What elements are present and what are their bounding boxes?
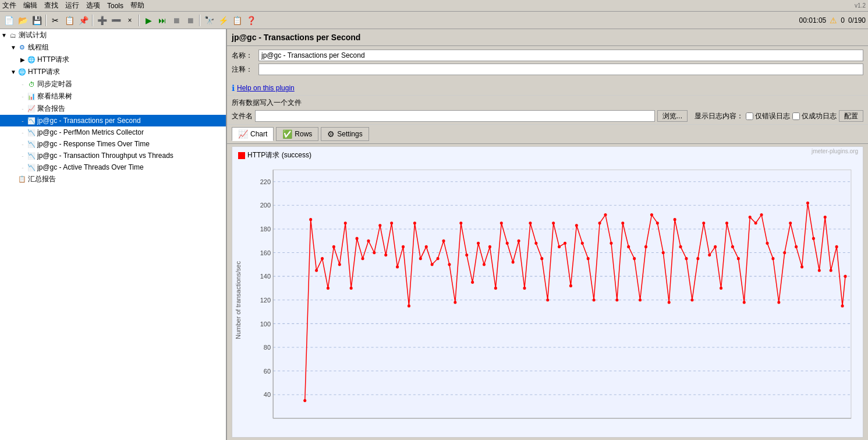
tree-item-tps[interactable]: -📉jp@gc - Transactions per Second: [0, 115, 226, 126]
svg-point-109: [800, 265, 803, 268]
tab-chart[interactable]: 📈 Chart: [232, 127, 274, 141]
tree-label: HTTP请求: [37, 55, 69, 65]
svg-point-74: [598, 221, 601, 224]
timer-display: 00:01:05: [799, 16, 827, 24]
tree-item-http-request-1[interactable]: ▶🌐HTTP请求: [0, 54, 226, 66]
tab-rows[interactable]: ✅ Rows: [276, 127, 318, 141]
svg-point-29: [338, 263, 341, 266]
svg-point-30: [344, 221, 347, 224]
svg-point-36: [378, 224, 381, 227]
stop-all-button[interactable]: ⏹: [184, 14, 197, 27]
tree-icon: 📋: [17, 175, 27, 184]
svg-point-53: [477, 242, 480, 245]
error-log-checkbox-label[interactable]: 仅错误日志: [746, 111, 790, 121]
menu-run[interactable]: 运行: [65, 1, 79, 10]
help-link[interactable]: Help on this plugin: [237, 84, 295, 92]
name-row: 名称：: [232, 50, 863, 61]
plugin-button[interactable]: ⚡: [217, 14, 229, 27]
help-row[interactable]: ℹ Help on this plugin v1.2: [227, 81, 868, 96]
open-button[interactable]: 📂: [16, 14, 29, 27]
tree-icon: 🗂: [8, 31, 17, 40]
run-button[interactable]: ▶: [142, 14, 155, 27]
binoculars-button[interactable]: 🔭: [203, 14, 215, 27]
svg-point-68: [564, 242, 566, 245]
tab-settings[interactable]: ⚙ Settings: [321, 127, 369, 141]
menu-tools[interactable]: Tools: [107, 2, 123, 10]
tree-item-test-plan[interactable]: ▼🗂测试计划: [0, 29, 226, 41]
stop-button[interactable]: ⏹: [170, 14, 183, 27]
tree-icon: ⏱: [27, 80, 36, 89]
svg-point-89: [685, 257, 688, 260]
svg-point-91: [696, 257, 699, 260]
tree-item-http-request-2[interactable]: ▼🌐HTTP请求: [0, 66, 226, 78]
comment-input[interactable]: [258, 64, 863, 75]
menu-help[interactable]: 帮助: [130, 1, 144, 10]
tree-label: jp@gc - Active Threads Over Time: [37, 163, 144, 171]
cut-button[interactable]: ✂: [49, 14, 62, 27]
svg-point-100: [749, 216, 752, 219]
svg-text:40: 40: [264, 391, 271, 398]
svg-point-62: [529, 221, 532, 224]
menu-edit[interactable]: 编辑: [23, 1, 37, 10]
svg-point-84: [656, 221, 659, 224]
save-button[interactable]: 💾: [30, 14, 43, 27]
tree-item-summary-report[interactable]: 📋汇总报告: [0, 173, 226, 185]
config-button[interactable]: 配置: [839, 110, 863, 122]
toolbar: 📄 📂 💾 ✂ 📋 📌 ➕ ➖ × ▶ ⏭ ⏹ ⏹ 🔭 ⚡ 📋 ❓ 00:01:…: [0, 12, 868, 29]
svg-point-41: [408, 304, 410, 307]
tree-item-throughput-threads[interactable]: -📉jp@gc - Transaction Throughput vs Thre…: [0, 150, 226, 161]
tree-item-sync-timer[interactable]: -⏱同步定时器: [0, 78, 226, 90]
error-log-checkbox[interactable]: [746, 112, 753, 120]
copy-button[interactable]: 📋: [63, 14, 76, 27]
tree-toggle[interactable]: ▶: [19, 56, 27, 64]
remove-button[interactable]: ➖: [109, 14, 122, 27]
tree-toggle[interactable]: ▼: [9, 68, 17, 76]
svg-point-86: [668, 301, 671, 304]
name-input[interactable]: [258, 50, 863, 61]
tree-toggle[interactable]: ▼: [9, 44, 17, 52]
menu-find[interactable]: 查找: [44, 1, 58, 10]
tree-item-active-threads[interactable]: -📉jp@gc - Active Threads Over Time: [0, 161, 226, 173]
chart-legend: HTTP请求 (success): [232, 147, 863, 164]
file-input[interactable]: [255, 110, 655, 122]
tree-item-result-tree[interactable]: -📊察看结果树: [0, 90, 226, 103]
success-log-checkbox[interactable]: [792, 112, 800, 120]
tree-item-thread-group[interactable]: ▼⚙线程组: [0, 41, 226, 54]
svg-point-107: [789, 221, 792, 224]
tree-toggle: -: [19, 152, 27, 160]
menu-bar: 文件 编辑 查找 运行 选项 Tools 帮助: [0, 0, 868, 12]
svg-point-24: [309, 218, 312, 221]
browse-button[interactable]: 浏览...: [657, 110, 688, 122]
tree-toggle[interactable]: ▼: [0, 31, 8, 40]
svg-point-81: [639, 298, 642, 301]
legend-label: HTTP请求 (success): [247, 150, 311, 160]
help-button[interactable]: ❓: [245, 14, 257, 27]
paste-button[interactable]: 📌: [77, 14, 90, 27]
tree-item-response-times[interactable]: -📉jp@gc - Response Times Over Time: [0, 138, 226, 150]
tree-toggle: -: [19, 93, 27, 101]
svg-point-88: [679, 245, 682, 248]
add-button[interactable]: ➕: [95, 14, 108, 27]
svg-point-90: [690, 298, 693, 301]
svg-point-48: [448, 263, 451, 266]
sep2: [92, 15, 93, 26]
success-log-checkbox-label[interactable]: 仅成功日志: [792, 111, 837, 121]
menu-file[interactable]: 文件: [2, 1, 16, 10]
new-button[interactable]: 📄: [2, 14, 15, 27]
toolbar-right: 00:01:05 ⚠ 0 0/190: [799, 16, 866, 25]
svg-point-75: [604, 213, 607, 216]
svg-point-69: [569, 284, 572, 287]
chart-area: HTTP请求 (success) jmeter-plugins.org Numb…: [232, 146, 863, 438]
tree-item-perfmon[interactable]: -📉jp@gc - PerfMon Metrics Collector: [0, 126, 226, 138]
svg-point-38: [390, 221, 393, 224]
tree-item-aggregate-report[interactable]: -📈聚合报告: [0, 103, 226, 115]
run-step-button[interactable]: ⏭: [156, 14, 169, 27]
svg-point-27: [327, 287, 330, 290]
tree-label: jp@gc - Transactions per Second: [37, 117, 141, 125]
menu-options[interactable]: 选项: [86, 1, 100, 10]
list-button[interactable]: 📋: [231, 14, 243, 27]
warning-icon: ⚠: [830, 16, 837, 25]
svg-point-51: [465, 254, 468, 256]
svg-point-45: [431, 263, 434, 266]
clear-button[interactable]: ×: [123, 14, 136, 27]
